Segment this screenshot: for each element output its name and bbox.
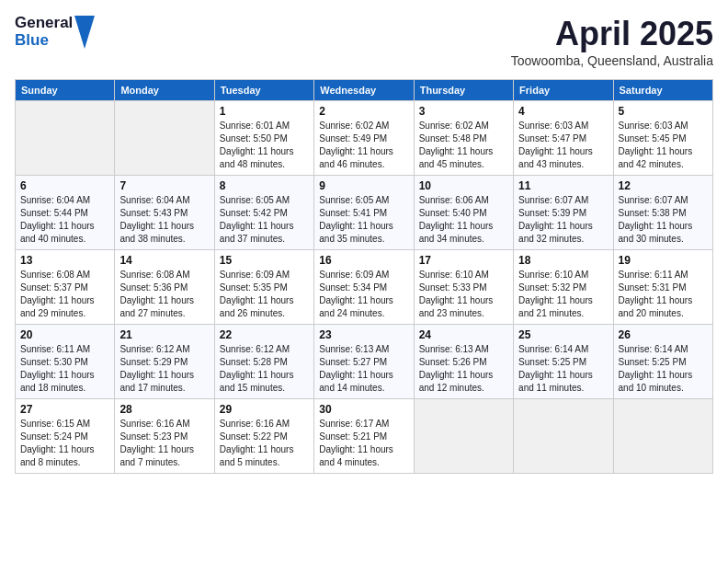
calendar-cell: 20Sunrise: 6:11 AMSunset: 5:30 PMDayligh… bbox=[16, 325, 115, 399]
logo: General Blue bbox=[15, 15, 95, 49]
day-number: 19 bbox=[619, 254, 708, 267]
day-info: Sunrise: 6:02 AMSunset: 5:48 PMDaylight:… bbox=[419, 120, 508, 171]
day-info: Sunrise: 6:04 AMSunset: 5:43 PMDaylight:… bbox=[119, 194, 209, 246]
calendar-cell bbox=[613, 399, 712, 474]
day-info: Sunrise: 6:06 AMSunset: 5:40 PMDaylight:… bbox=[419, 194, 508, 246]
day-info: Sunrise: 6:16 AMSunset: 5:23 PMDaylight:… bbox=[119, 418, 209, 469]
month-title: April 2025 bbox=[511, 15, 713, 53]
day-info: Sunrise: 6:07 AMSunset: 5:39 PMDaylight:… bbox=[518, 194, 608, 246]
calendar-cell bbox=[115, 101, 214, 176]
calendar-week-row: 27Sunrise: 6:15 AMSunset: 5:24 PMDayligh… bbox=[16, 399, 713, 474]
day-info: Sunrise: 6:02 AMSunset: 5:49 PMDaylight:… bbox=[319, 120, 408, 171]
day-info: Sunrise: 6:15 AMSunset: 5:24 PMDaylight:… bbox=[20, 418, 109, 469]
day-info: Sunrise: 6:11 AMSunset: 5:30 PMDaylight:… bbox=[20, 343, 109, 395]
calendar-col-header: Sunday bbox=[16, 80, 115, 101]
day-info: Sunrise: 6:04 AMSunset: 5:44 PMDaylight:… bbox=[20, 194, 109, 246]
calendar-cell: 3Sunrise: 6:02 AMSunset: 5:48 PMDaylight… bbox=[414, 101, 513, 176]
day-number: 29 bbox=[220, 403, 309, 416]
day-info: Sunrise: 6:08 AMSunset: 5:37 PMDaylight:… bbox=[20, 269, 109, 320]
calendar-cell: 12Sunrise: 6:07 AMSunset: 5:38 PMDayligh… bbox=[613, 176, 712, 250]
day-number: 3 bbox=[419, 105, 508, 118]
day-info: Sunrise: 6:09 AMSunset: 5:34 PMDaylight:… bbox=[319, 269, 408, 320]
calendar-cell: 2Sunrise: 6:02 AMSunset: 5:49 PMDaylight… bbox=[314, 101, 414, 176]
calendar-col-header: Friday bbox=[514, 80, 613, 101]
day-number: 30 bbox=[319, 403, 408, 416]
calendar-week-row: 20Sunrise: 6:11 AMSunset: 5:30 PMDayligh… bbox=[16, 325, 713, 399]
day-number: 7 bbox=[119, 179, 209, 192]
day-info: Sunrise: 6:14 AMSunset: 5:25 PMDaylight:… bbox=[619, 343, 708, 395]
calendar-header-row: SundayMondayTuesdayWednesdayThursdayFrid… bbox=[16, 80, 713, 101]
calendar-cell: 16Sunrise: 6:09 AMSunset: 5:34 PMDayligh… bbox=[314, 250, 414, 325]
day-number: 27 bbox=[20, 403, 109, 416]
svg-marker-0 bbox=[74, 16, 95, 49]
calendar-cell: 5Sunrise: 6:03 AMSunset: 5:45 PMDaylight… bbox=[613, 101, 712, 176]
title-area: April 2025 Toowoomba, Queensland, Austra… bbox=[511, 15, 713, 68]
calendar-week-row: 13Sunrise: 6:08 AMSunset: 5:37 PMDayligh… bbox=[16, 250, 713, 325]
calendar-cell: 22Sunrise: 6:12 AMSunset: 5:28 PMDayligh… bbox=[214, 325, 313, 399]
calendar-cell: 13Sunrise: 6:08 AMSunset: 5:37 PMDayligh… bbox=[16, 250, 115, 325]
day-number: 12 bbox=[619, 179, 708, 192]
calendar-cell: 14Sunrise: 6:08 AMSunset: 5:36 PMDayligh… bbox=[115, 250, 214, 325]
day-number: 2 bbox=[319, 105, 408, 118]
calendar-cell: 7Sunrise: 6:04 AMSunset: 5:43 PMDaylight… bbox=[115, 176, 214, 250]
day-number: 23 bbox=[319, 328, 408, 341]
day-number: 16 bbox=[319, 254, 408, 267]
day-info: Sunrise: 6:03 AMSunset: 5:45 PMDaylight:… bbox=[619, 120, 708, 171]
day-number: 25 bbox=[518, 328, 608, 341]
calendar-cell: 23Sunrise: 6:13 AMSunset: 5:27 PMDayligh… bbox=[314, 325, 414, 399]
day-number: 11 bbox=[518, 179, 608, 192]
calendar-cell bbox=[16, 101, 115, 176]
calendar-col-header: Monday bbox=[115, 80, 214, 101]
day-number: 1 bbox=[220, 105, 309, 118]
calendar-cell: 18Sunrise: 6:10 AMSunset: 5:32 PMDayligh… bbox=[514, 250, 613, 325]
location-title: Toowoomba, Queensland, Australia bbox=[511, 53, 713, 68]
header: General Blue April 2025 Toowoomba, Queen… bbox=[15, 15, 713, 68]
calendar-col-header: Thursday bbox=[414, 80, 513, 101]
day-info: Sunrise: 6:16 AMSunset: 5:22 PMDaylight:… bbox=[220, 418, 309, 469]
day-info: Sunrise: 6:14 AMSunset: 5:25 PMDaylight:… bbox=[518, 343, 608, 395]
calendar: SundayMondayTuesdayWednesdayThursdayFrid… bbox=[15, 79, 713, 474]
day-number: 5 bbox=[619, 105, 708, 118]
day-info: Sunrise: 6:13 AMSunset: 5:26 PMDaylight:… bbox=[419, 343, 508, 395]
calendar-cell: 26Sunrise: 6:14 AMSunset: 5:25 PMDayligh… bbox=[613, 325, 712, 399]
logo-triangle-icon bbox=[74, 16, 95, 49]
day-number: 4 bbox=[518, 105, 608, 118]
calendar-cell: 21Sunrise: 6:12 AMSunset: 5:29 PMDayligh… bbox=[115, 325, 214, 399]
calendar-cell bbox=[514, 399, 613, 474]
calendar-cell: 8Sunrise: 6:05 AMSunset: 5:42 PMDaylight… bbox=[214, 176, 313, 250]
calendar-cell: 15Sunrise: 6:09 AMSunset: 5:35 PMDayligh… bbox=[214, 250, 313, 325]
day-number: 13 bbox=[20, 254, 109, 267]
day-number: 28 bbox=[119, 403, 209, 416]
day-number: 9 bbox=[319, 179, 408, 192]
calendar-cell: 24Sunrise: 6:13 AMSunset: 5:26 PMDayligh… bbox=[414, 325, 513, 399]
calendar-col-header: Tuesday bbox=[214, 80, 313, 101]
calendar-col-header: Saturday bbox=[613, 80, 712, 101]
day-info: Sunrise: 6:08 AMSunset: 5:36 PMDaylight:… bbox=[119, 269, 209, 320]
day-number: 18 bbox=[518, 254, 608, 267]
day-number: 24 bbox=[419, 328, 508, 341]
day-number: 17 bbox=[419, 254, 508, 267]
day-number: 26 bbox=[619, 328, 708, 341]
day-info: Sunrise: 6:11 AMSunset: 5:31 PMDaylight:… bbox=[619, 269, 708, 320]
calendar-cell: 4Sunrise: 6:03 AMSunset: 5:47 PMDaylight… bbox=[514, 101, 613, 176]
calendar-cell: 25Sunrise: 6:14 AMSunset: 5:25 PMDayligh… bbox=[514, 325, 613, 399]
day-info: Sunrise: 6:03 AMSunset: 5:47 PMDaylight:… bbox=[518, 120, 608, 171]
calendar-cell: 11Sunrise: 6:07 AMSunset: 5:39 PMDayligh… bbox=[514, 176, 613, 250]
day-info: Sunrise: 6:12 AMSunset: 5:29 PMDaylight:… bbox=[119, 343, 209, 395]
day-info: Sunrise: 6:05 AMSunset: 5:42 PMDaylight:… bbox=[220, 194, 309, 246]
day-info: Sunrise: 6:10 AMSunset: 5:33 PMDaylight:… bbox=[419, 269, 508, 320]
calendar-cell bbox=[414, 399, 513, 474]
day-number: 22 bbox=[220, 328, 309, 341]
day-info: Sunrise: 6:09 AMSunset: 5:35 PMDaylight:… bbox=[220, 269, 309, 320]
day-number: 21 bbox=[119, 328, 209, 341]
day-info: Sunrise: 6:05 AMSunset: 5:41 PMDaylight:… bbox=[319, 194, 408, 246]
calendar-week-row: 6Sunrise: 6:04 AMSunset: 5:44 PMDaylight… bbox=[16, 176, 713, 250]
day-info: Sunrise: 6:12 AMSunset: 5:28 PMDaylight:… bbox=[220, 343, 309, 395]
calendar-cell: 19Sunrise: 6:11 AMSunset: 5:31 PMDayligh… bbox=[613, 250, 712, 325]
day-number: 8 bbox=[220, 179, 309, 192]
day-number: 20 bbox=[20, 328, 109, 341]
day-number: 15 bbox=[220, 254, 309, 267]
day-info: Sunrise: 6:13 AMSunset: 5:27 PMDaylight:… bbox=[319, 343, 408, 395]
calendar-col-header: Wednesday bbox=[314, 80, 414, 101]
calendar-cell: 27Sunrise: 6:15 AMSunset: 5:24 PMDayligh… bbox=[16, 399, 115, 474]
